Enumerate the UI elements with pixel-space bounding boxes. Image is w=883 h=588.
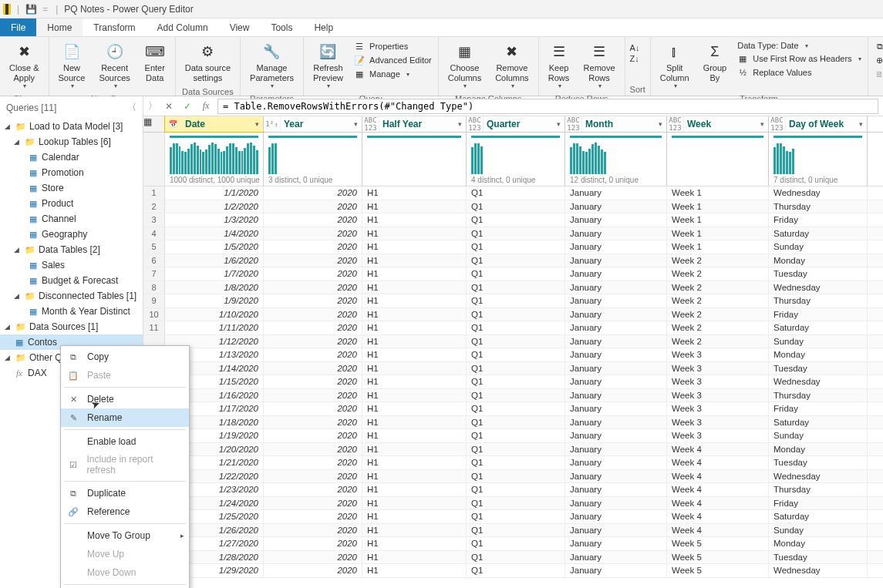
column-header-month[interactable]: ABC 123Month▾ (565, 116, 667, 132)
cell[interactable]: Monday (769, 443, 868, 456)
row-number[interactable]: 7 (143, 267, 165, 281)
row-number[interactable]: 1 (143, 186, 165, 200)
table-row[interactable]: 1/18/20202020H1Q1JanuaryWeek 3Saturday (143, 416, 883, 430)
column-header-year[interactable]: 1²₃Year▾ (264, 116, 362, 132)
cell[interactable]: 1/3/2020 (165, 213, 264, 227)
cell[interactable]: Week 2 (667, 281, 769, 294)
cell[interactable]: 2020 (264, 510, 362, 523)
cell[interactable]: H1 (362, 348, 467, 361)
filter-dropdown-icon[interactable]: ▾ (251, 120, 263, 128)
cell[interactable]: Q1 (467, 483, 565, 496)
cell[interactable]: H1 (362, 470, 467, 483)
cell[interactable]: Q1 (467, 348, 565, 361)
cell[interactable]: 2020 (264, 443, 362, 456)
row-number[interactable]: 4 (143, 227, 165, 240)
manage-button[interactable]: ▦Manage (352, 68, 433, 80)
cell[interactable]: Monday (769, 254, 868, 267)
cell[interactable]: Week 2 (667, 294, 769, 307)
recent-sources-button[interactable]: 🕘Recent Sources (94, 39, 134, 92)
cell[interactable]: 2020 (264, 429, 362, 442)
collapse-queries-icon[interactable]: 〈 (127, 101, 136, 114)
cell[interactable]: Week 5 (667, 564, 769, 577)
cell[interactable]: 2020 (264, 497, 362, 510)
cell[interactable]: Week 4 (667, 470, 769, 483)
cell[interactable]: Week 4 (667, 510, 769, 523)
cell[interactable]: Tuesday (769, 267, 868, 281)
cell[interactable]: January (565, 497, 667, 510)
cell[interactable]: 1/6/2020 (165, 254, 264, 267)
cell[interactable]: Week 3 (667, 348, 769, 361)
cell[interactable]: Q1 (467, 456, 565, 469)
cell[interactable]: 2020 (264, 213, 362, 227)
cell[interactable]: Q1 (467, 416, 565, 429)
append-queries-button[interactable]: ⊕Append Queries (873, 54, 883, 66)
cell[interactable]: 2020 (264, 564, 362, 577)
cell[interactable]: Q1 (467, 470, 565, 483)
cell[interactable]: Q1 (467, 497, 565, 510)
cell[interactable]: 2020 (264, 348, 362, 361)
cell[interactable]: H1 (362, 335, 467, 348)
data-type-button[interactable]: Data Type: Date (736, 40, 862, 51)
cell[interactable]: 2020 (264, 200, 362, 213)
cell[interactable]: Sunday (769, 335, 868, 348)
data-source-settings-button[interactable]: ⚙Data source settings (180, 39, 235, 86)
table-row[interactable]: 71/7/20202020H1Q1JanuaryWeek 2Tuesday (143, 267, 883, 281)
cell[interactable]: Q1 (467, 510, 565, 523)
refresh-preview-button[interactable]: 🔄Refresh Preview (308, 39, 348, 92)
type-icon[interactable]: 📅 (165, 116, 182, 132)
ctx-copy[interactable]: ⧉Copy (61, 348, 189, 366)
cell[interactable]: Q1 (467, 443, 565, 456)
table-row[interactable]: 1/15/20202020H1Q1JanuaryWeek 3Wednesday (143, 375, 883, 389)
cell[interactable]: 2020 (264, 362, 362, 375)
cell[interactable]: Wednesday (769, 470, 868, 483)
table-row[interactable]: 111/11/20202020H1Q1JanuaryWeek 2Saturday (143, 321, 883, 335)
tab-tools[interactable]: Tools (260, 18, 303, 36)
cell[interactable]: Tuesday (769, 551, 868, 564)
cell[interactable]: 1/9/2020 (165, 294, 264, 307)
cell[interactable]: January (565, 321, 667, 334)
remove-rows-button[interactable]: ☰Remove Rows (579, 39, 620, 92)
table-row[interactable]: 1/23/20202020H1Q1JanuaryWeek 4Thursday (143, 483, 883, 497)
cell[interactable]: January (565, 524, 667, 537)
folder-disconnected[interactable]: ◢📁Disconnected Tables [1] (0, 288, 143, 304)
tab-transform[interactable]: Transform (83, 18, 146, 36)
cell[interactable]: Friday (769, 402, 868, 415)
cell[interactable]: Wednesday (769, 375, 868, 388)
table-row[interactable]: 1/29/20202020H1Q1JanuaryWeek 5Wednesday (143, 564, 883, 578)
cell[interactable]: Week 2 (667, 308, 769, 321)
cell[interactable]: Friday (769, 497, 868, 510)
cell[interactable]: H1 (362, 362, 467, 375)
choose-columns-button[interactable]: ▦Choose Columns (443, 39, 486, 92)
type-icon[interactable]: ABC 123 (467, 116, 484, 132)
query-sales[interactable]: ▦Sales (0, 257, 143, 273)
cell[interactable]: Tuesday (769, 456, 868, 469)
collapse-formula-icon[interactable]: 〉 (148, 99, 157, 113)
cell[interactable]: January (565, 267, 667, 281)
cell[interactable]: Wednesday (769, 186, 868, 200)
cell[interactable]: 2020 (264, 483, 362, 496)
cell[interactable]: January (565, 537, 667, 550)
column-header-quarter[interactable]: ABC 123Quarter▾ (467, 116, 565, 132)
cell[interactable]: Q1 (467, 551, 565, 564)
cell[interactable]: H1 (362, 416, 467, 429)
cell[interactable]: H1 (362, 267, 467, 281)
cell[interactable]: January (565, 483, 667, 496)
type-icon[interactable]: ABC 123 (769, 116, 786, 132)
cell[interactable]: January (565, 227, 667, 240)
table-row[interactable]: 61/6/20202020H1Q1JanuaryWeek 2Monday (143, 254, 883, 268)
cell[interactable]: 1/10/2020 (165, 308, 264, 321)
cell[interactable]: Thursday (769, 483, 868, 496)
tab-file[interactable]: File (0, 18, 36, 36)
merge-queries-button[interactable]: ⧉Merge Queries (873, 40, 883, 52)
cell[interactable]: Q1 (467, 335, 565, 348)
cell[interactable]: H1 (362, 321, 467, 334)
cell[interactable]: H1 (362, 375, 467, 388)
row-number[interactable]: 11 (143, 321, 165, 334)
cell[interactable]: 2020 (264, 186, 362, 200)
cell[interactable]: Q1 (467, 254, 565, 267)
table-row[interactable]: 1/12/20202020H1Q1JanuaryWeek 2Sunday (143, 335, 883, 349)
type-icon[interactable]: ABC 123 (667, 116, 684, 132)
cell[interactable]: Week 3 (667, 375, 769, 388)
cell[interactable]: Week 4 (667, 456, 769, 469)
cell[interactable]: 1/8/2020 (165, 281, 264, 294)
